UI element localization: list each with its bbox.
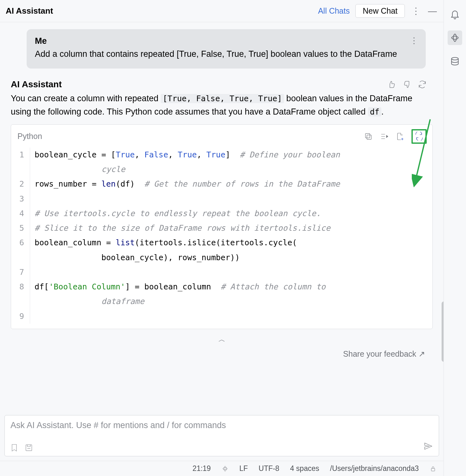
share-feedback-link[interactable]: Share your feedback ↗ [9, 349, 425, 359]
thumbs-up-icon[interactable] [387, 80, 397, 89]
tool-sidebar [444, 0, 466, 476]
all-chats-link[interactable]: All Chats [318, 6, 350, 16]
bell-icon [450, 9, 460, 19]
send-button[interactable] [424, 441, 433, 452]
svg-rect-4 [431, 468, 435, 471]
more-menu-icon[interactable]: ⋮ [411, 6, 421, 17]
chat-header: AI Assistant All Chats New Chat ⋮ — [0, 0, 443, 22]
code-block: Python 1boolean_cycle = [True, False, Tr… [11, 124, 433, 329]
new-chat-button[interactable]: New Chat [355, 4, 405, 18]
collapse-toggle[interactable]: ︿ [9, 334, 435, 347]
chat-area: ⋮ Me Add a column that contains repeated… [0, 22, 443, 412]
line-separator[interactable]: LF [239, 464, 248, 473]
svg-point-5 [451, 57, 458, 60]
database-icon [450, 56, 460, 66]
lock-icon[interactable] [430, 465, 437, 472]
scrollbar-thumb[interactable] [442, 301, 443, 362]
insert-at-caret-icon[interactable] [380, 132, 389, 141]
chat-input-placeholder: Ask AI Assistant. Use # for mentions and… [5, 415, 439, 435]
notifications-button[interactable] [448, 7, 462, 22]
svg-rect-1 [366, 133, 370, 138]
svg-rect-3 [26, 445, 32, 451]
thumbs-down-icon[interactable] [402, 80, 412, 89]
ai-status-icon[interactable] [222, 465, 229, 472]
indent-setting[interactable]: 4 spaces [290, 464, 319, 473]
message-menu-icon[interactable]: ⋮ [410, 39, 418, 43]
save-icon[interactable] [24, 443, 33, 452]
status-bar: 21:19 LF UTF-8 4 spaces /Users/jetbrains… [0, 461, 443, 476]
interpreter-path[interactable]: /Users/jetbrains/anaconda3 [330, 464, 419, 473]
inline-code: [True, False, True, True] [161, 94, 284, 103]
code-language-label: Python [17, 132, 364, 141]
regenerate-icon[interactable] [417, 80, 427, 89]
run-in-console-icon[interactable] [415, 132, 424, 141]
assistant-message-text: You can create a column with repeated [T… [11, 92, 427, 119]
user-message: ⋮ Me Add a column that contains repeated… [27, 29, 426, 69]
assistant-author-label: AI Assistant [11, 79, 387, 89]
ai-assistant-tab[interactable] [448, 30, 462, 45]
svg-rect-0 [367, 135, 371, 139]
database-tab[interactable] [448, 54, 462, 69]
copy-icon[interactable] [364, 132, 373, 141]
minimize-icon[interactable]: — [427, 6, 438, 17]
create-file-icon[interactable] [396, 132, 405, 141]
code-content[interactable]: 1boolean_cycle = [True, False, True, Tru… [11, 146, 432, 329]
ai-swirl-icon [450, 33, 460, 43]
chat-input[interactable]: Ask AI Assistant. Use # for mentions and… [4, 415, 439, 456]
user-author-label: Me [35, 36, 417, 46]
run-in-console-highlight [411, 129, 427, 144]
bookmark-icon[interactable] [10, 443, 19, 452]
caret-position[interactable]: 21:19 [192, 464, 211, 473]
page-title: AI Assistant [6, 6, 312, 16]
inline-code: df [368, 107, 381, 116]
user-message-text: Add a column that contains repeated [Tru… [35, 48, 417, 60]
file-encoding[interactable]: UTF-8 [259, 464, 279, 473]
